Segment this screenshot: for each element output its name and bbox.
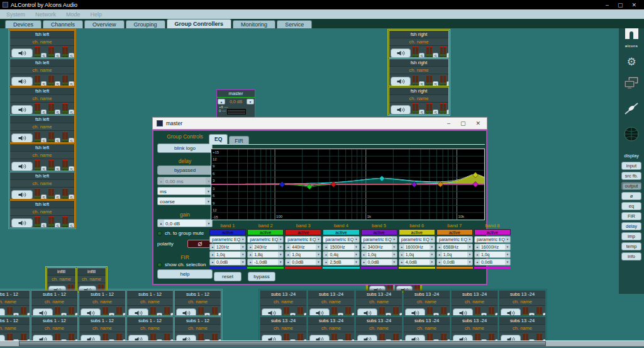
band-frequency-spinner[interactable]: ▲120Hz▼ bbox=[209, 244, 246, 250]
solo-button[interactable]: S bbox=[41, 81, 47, 86]
tab-grouping[interactable]: Grouping bbox=[126, 20, 165, 28]
solo-button[interactable]: S bbox=[399, 313, 402, 316]
channel-strip[interactable]: subs 1 - 12ch. nameSS bbox=[174, 290, 221, 316]
solo-button[interactable]: S bbox=[529, 313, 535, 316]
dropdown-icon[interactable]: ▼ bbox=[467, 237, 472, 242]
band-type-dropdown[interactable]: parametric EQ▼ bbox=[323, 236, 359, 243]
solo-button[interactable]: S bbox=[55, 138, 60, 143]
spin-up-icon[interactable]: ▲ bbox=[475, 244, 480, 250]
tab-channels[interactable]: Channels bbox=[43, 20, 83, 28]
spin-down-icon[interactable]: ▼ bbox=[278, 244, 283, 250]
spin-down-icon[interactable]: ▼ bbox=[505, 252, 510, 257]
band-type-dropdown[interactable]: parametric EQ▼ bbox=[285, 236, 321, 243]
solo-button[interactable]: S bbox=[204, 313, 210, 316]
delay-bypassed-button[interactable]: bypassed bbox=[157, 166, 213, 175]
spin-down-icon[interactable]: ▼ bbox=[430, 259, 435, 265]
eq-response-graph[interactable]: +151296336912-151001k10k bbox=[211, 149, 485, 220]
solo-button[interactable]: S bbox=[75, 313, 78, 316]
spin-down-icon[interactable]: ▼ bbox=[316, 252, 321, 257]
blink-logo-button[interactable]: blink logo bbox=[157, 143, 213, 153]
spin-up-icon[interactable]: ▲ bbox=[362, 244, 367, 250]
channel-strip[interactable]: subs 13 -24ch. nameSS bbox=[451, 290, 498, 316]
channel-strip[interactable]: subs 13 -24ch. nameSS bbox=[403, 317, 450, 342]
solo-button[interactable]: S bbox=[419, 81, 425, 86]
channel-strip[interactable]: subs 1 - 12ch. nameSS bbox=[31, 317, 78, 342]
spin-down-icon[interactable]: ▼ bbox=[467, 252, 472, 257]
mute-button[interactable] bbox=[391, 77, 411, 86]
band-frequency-spinner[interactable]: ▲1500Hz▼ bbox=[323, 244, 359, 250]
dropdown-icon[interactable]: ▼ bbox=[240, 237, 245, 242]
sidebar-button-[interactable]: ø bbox=[621, 192, 641, 200]
dialog-close-button[interactable]: ✕ bbox=[475, 120, 480, 126]
solo-button[interactable]: S bbox=[69, 223, 74, 228]
solo-button[interactable]: S bbox=[41, 223, 47, 228]
mute-button[interactable] bbox=[11, 190, 33, 199]
close-button[interactable]: ✕ bbox=[631, 2, 636, 8]
solo-button[interactable]: S bbox=[69, 109, 74, 115]
mute-button[interactable] bbox=[11, 48, 33, 58]
solo-button[interactable]: S bbox=[55, 194, 60, 199]
spin-down-icon[interactable]: ▼ bbox=[240, 252, 245, 257]
spin-down-icon[interactable]: ▼ bbox=[316, 259, 321, 265]
spin-down-icon[interactable]: ▼ bbox=[505, 259, 510, 265]
solo-button[interactable]: S bbox=[433, 81, 438, 86]
spin-up-icon[interactable]: ▲ bbox=[248, 244, 253, 250]
band-active-button[interactable]: active bbox=[285, 229, 321, 235]
solo-button[interactable]: S bbox=[290, 313, 296, 316]
mute-button[interactable] bbox=[11, 162, 33, 171]
band-gain-spinner[interactable]: ▲0,0dB▼ bbox=[474, 259, 511, 266]
channel-strip[interactable]: fsh rightch. nameSSSS bbox=[389, 59, 449, 86]
spin-up-icon[interactable]: ▲ bbox=[399, 259, 404, 265]
band-active-button[interactable]: active bbox=[247, 229, 284, 235]
spin-down-icon[interactable]: ▼ bbox=[392, 244, 397, 250]
spin-up-icon[interactable]: ▲ bbox=[286, 244, 291, 250]
spin-up-icon[interactable]: ▲ bbox=[362, 259, 367, 265]
band-type-dropdown[interactable]: parametric EQ▼ bbox=[474, 236, 511, 243]
sidebar-button-eq[interactable]: eq bbox=[621, 202, 641, 210]
mute-button[interactable] bbox=[262, 308, 282, 316]
spin-down-icon[interactable]: ▼ bbox=[392, 252, 397, 257]
band-q-spinner[interactable]: ▲1,0q▼ bbox=[361, 251, 397, 258]
channel-strip[interactable]: subs 13 -24ch. nameSS bbox=[260, 317, 307, 342]
spin-up-icon[interactable]: ▲ bbox=[210, 252, 215, 257]
spin-up-icon[interactable]: ▲ bbox=[399, 244, 404, 250]
channel-strip[interactable]: subs 1 - 12ch. nameSS bbox=[0, 290, 30, 316]
mute-button[interactable] bbox=[33, 308, 53, 316]
spin-down-icon[interactable]: ▼ bbox=[316, 244, 321, 250]
horizontal-scrollbar[interactable] bbox=[0, 340, 644, 347]
spin-down-icon[interactable]: ▼ bbox=[392, 259, 397, 265]
mute-button[interactable] bbox=[405, 308, 425, 316]
band-q-spinner[interactable]: ▲0,4q▼ bbox=[323, 251, 359, 258]
tab-overview[interactable]: Overview bbox=[84, 20, 125, 28]
sidebar-button-temp[interactable]: temp bbox=[621, 242, 641, 250]
fader-tool-icon[interactable] bbox=[624, 101, 639, 118]
spin-up-icon[interactable]: ▲ bbox=[210, 244, 215, 250]
band-active-button[interactable]: active bbox=[323, 229, 359, 235]
spin-down-icon[interactable]: ▼ bbox=[354, 252, 359, 257]
channel-strip[interactable]: subs 13 -24ch. nameSS bbox=[499, 317, 546, 342]
spin-down-icon[interactable]: ▼ bbox=[467, 259, 472, 265]
dialog-tab-fir[interactable]: FIR bbox=[229, 136, 249, 145]
delay-unit-dropdown[interactable]: ms ▼ bbox=[157, 187, 213, 195]
channel-strip[interactable]: subs 13 -24ch. nameSS bbox=[403, 290, 450, 316]
spin-up-icon[interactable]: ▲ bbox=[437, 259, 442, 265]
band-gain-spinner[interactable]: ▲4,0dB▼ bbox=[399, 259, 435, 266]
spin-up-icon[interactable]: ▲ bbox=[248, 259, 253, 265]
solo-button[interactable]: S bbox=[481, 313, 487, 316]
solo-button[interactable]: S bbox=[123, 313, 126, 316]
settings-gear-icon[interactable]: ⚙ bbox=[626, 57, 636, 67]
channel-strip[interactable]: subs 13 -24ch. nameSS bbox=[308, 290, 355, 316]
menu-item-help[interactable]: Help bbox=[91, 11, 103, 18]
band-q-spinner[interactable]: ▲1,0q▼ bbox=[399, 251, 435, 258]
band-type-dropdown[interactable]: parametric EQ▼ bbox=[399, 236, 435, 243]
show-ch-selection-radio[interactable]: show ch. selection bbox=[157, 262, 213, 267]
spin-up-icon[interactable]: ▲ bbox=[323, 252, 328, 257]
sidebar-button-srcfb[interactable]: src fb. bbox=[621, 172, 641, 180]
solo-button[interactable]: S bbox=[69, 166, 74, 171]
channel-strip[interactable]: subs 1 - 12ch. nameSS bbox=[174, 317, 221, 342]
solo-button[interactable]: S bbox=[433, 313, 439, 316]
band-gain-spinner[interactable]: ▲0,0dB▼ bbox=[436, 259, 473, 266]
sidebar-button-input[interactable]: input bbox=[621, 162, 641, 170]
channel-strip[interactable]: infillch. name bbox=[77, 267, 106, 291]
channel-strip[interactable]: fsh leftch. nameSSSS bbox=[9, 143, 75, 171]
